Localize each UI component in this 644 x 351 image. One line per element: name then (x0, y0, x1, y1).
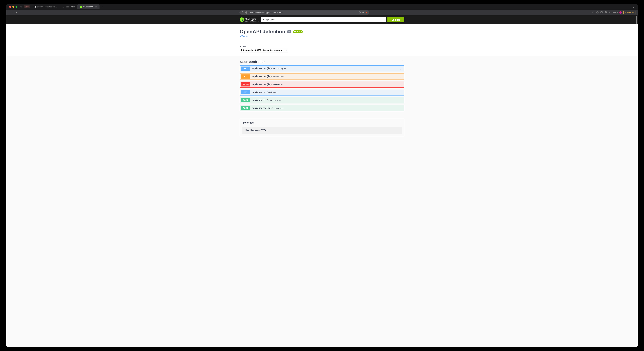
method-badge: GET (241, 90, 250, 94)
operation-path: /api/users/{id} (252, 75, 272, 78)
update-button[interactable]: Update ☰ (624, 11, 636, 14)
reader-icon[interactable] (604, 11, 607, 14)
close-tab-button[interactable]: ✕ (95, 5, 97, 8)
content-area: {..} Swagger Supported by SMARTBEAR Expl… (6, 15, 638, 347)
brave-icon[interactable] (366, 11, 368, 14)
share-icon[interactable] (358, 11, 361, 14)
info-section: OpenAPI definition v0 OAS 3.0 /v3/api-do… (240, 24, 404, 39)
chevron-up-icon: ⌃ (399, 121, 402, 124)
wallet-icon[interactable] (592, 11, 594, 14)
site-info-icon[interactable]: i (245, 11, 247, 14)
tab-overflow-button[interactable]: ⌄ (632, 5, 636, 8)
operation-update-user[interactable]: PUT /api/users/{id} Update user ⌄ (240, 73, 404, 80)
tabs: Editing book-wise/Readme.md at ▲ Book Wi… (31, 4, 632, 9)
profile-icon[interactable] (619, 11, 622, 14)
operation-summary: Login user (274, 107, 284, 109)
chevron-down-icon: ⌄ (400, 83, 402, 86)
forward-button[interactable]: › (12, 11, 12, 14)
new-tab-button[interactable]: + (100, 5, 105, 8)
svg-rect-3 (592, 12, 594, 13)
swagger-icon: {} (80, 6, 82, 8)
operation-get-all-users[interactable]: GET /api/users Get all users ⌄ (240, 89, 404, 95)
swagger-logo-icon: {..} (240, 17, 244, 22)
servers-section: Servers http://localhost:8080 - Generate… (240, 39, 404, 56)
operation-login-user[interactable]: POST /api/users/login Login user ⌄ (240, 105, 404, 111)
swagger-logo-text: Swagger (245, 17, 256, 21)
back-button[interactable]: ‹ (8, 11, 9, 14)
chevron-right-icon: › (267, 129, 268, 132)
method-badge: POST (241, 98, 250, 102)
vpn-badge[interactable]: VPN (612, 11, 618, 13)
tab-bookwise[interactable]: ▲ Book Wise (60, 4, 77, 9)
address-input[interactable]: i localhost:8080/swagger-ui/index.html (240, 10, 370, 14)
operation-delete-user[interactable]: DELETE /api/users/{id} Delete user ⌄ (240, 81, 404, 88)
tag-section: user-controller ⌃ GET /api/users/{id} Ge… (240, 56, 404, 115)
address-bar: ‹ › ⟳ i localhost:8080/swagger-ui/index.… (6, 10, 638, 15)
schemas-section: Schemas ⌃ UserRequestDTO › (240, 119, 404, 136)
menu-icon: ☰ (632, 11, 634, 14)
reload-button[interactable]: ⟳ (15, 11, 17, 14)
svg-text:{}: {} (81, 6, 81, 7)
chevron-down-icon: ⌄ (400, 67, 402, 70)
vpn-status-dot (612, 12, 614, 13)
tab-label: Swagger UI (83, 6, 93, 8)
tab-extras: ⚙ DBS (19, 5, 31, 8)
spec-link[interactable]: /v3/api-docs (240, 35, 250, 37)
swagger-logo[interactable]: {..} Swagger Supported by SMARTBEAR (240, 17, 259, 22)
leo-icon[interactable] (608, 11, 611, 14)
svg-marker-2 (366, 11, 367, 13)
sidebar-icon[interactable] (600, 11, 603, 14)
method-badge: PUT (241, 74, 250, 78)
swagger-logo-subtext: Supported by SMARTBEAR (245, 20, 259, 22)
schemas-title: Schemas (242, 121, 254, 124)
schemas-header[interactable]: Schemas ⌃ (240, 119, 404, 127)
scrollbar-thumb[interactable] (636, 16, 637, 23)
close-window-button[interactable] (9, 6, 11, 8)
operation-path: /api/users (252, 99, 265, 101)
chevron-down-icon: ⌄ (400, 75, 402, 78)
browser-window: ⚙ DBS Editing book-wise/Readme.md at ▲ B… (6, 4, 638, 347)
url-text: localhost:8080/swagger-ui/index.html (249, 11, 282, 14)
operation-path: /api/users/{id} (252, 83, 272, 86)
github-icon (34, 6, 36, 8)
operation-summary: Create a new user (267, 99, 282, 101)
gear-icon[interactable]: ⚙ (20, 5, 22, 8)
swagger-topbar: {..} Swagger Supported by SMARTBEAR Expl… (6, 15, 638, 24)
bookmark-icon[interactable] (241, 11, 244, 14)
operation-summary: Get all users (267, 91, 277, 93)
method-badge: POST (241, 106, 250, 110)
version-badge: v0 (287, 30, 292, 33)
chevron-up-icon: ⌃ (402, 60, 404, 63)
operation-create-user[interactable]: POST /api/users Create a new user ⌄ (240, 97, 404, 103)
schema-item[interactable]: UserRequestDTO › (242, 127, 402, 134)
schema-name: UserRequestDTO (245, 129, 266, 132)
oas-badge: OAS 3.0 (293, 30, 303, 33)
tag-header[interactable]: user-controller ⌃ (240, 58, 404, 65)
chevron-down-icon: ⌄ (400, 91, 402, 94)
method-badge: GET (241, 66, 250, 71)
tag-name: user-controller (240, 60, 265, 64)
scrollbar[interactable] (636, 15, 637, 347)
nav-buttons: ‹ › ⟳ (8, 11, 17, 14)
extensions-icon[interactable] (596, 11, 599, 14)
chevron-down-icon: ⌄ (400, 107, 402, 110)
operation-summary: Delete user (273, 83, 283, 85)
maximize-window-button[interactable] (16, 6, 18, 8)
shield-icon[interactable] (362, 11, 364, 14)
operation-get-user-by-id[interactable]: GET /api/users/{id} Get user by ID ⌄ (240, 65, 404, 72)
tab-swagger[interactable]: {} Swagger UI ✕ (77, 4, 100, 9)
operation-summary: Get user by ID (273, 67, 286, 70)
operation-path: /api/users/{id} (252, 67, 272, 70)
server-select[interactable]: http://localhost:8080 - Generated server… (240, 48, 288, 52)
tab-bar: ⚙ DBS Editing book-wise/Readme.md at ▲ B… (6, 4, 638, 10)
tab-label: Book Wise (66, 6, 75, 8)
servers-label: Servers (240, 45, 404, 47)
minimize-window-button[interactable] (12, 6, 14, 8)
tab-dbs-badge[interactable]: DBS (24, 5, 30, 8)
tab-github[interactable]: Editing book-wise/Readme.md at (31, 4, 60, 9)
explore-button[interactable]: Explore (388, 17, 404, 22)
chevron-down-icon: ⌄ (400, 99, 402, 102)
traffic-lights (8, 6, 19, 8)
svg-rect-4 (600, 11, 602, 13)
spec-url-input[interactable] (261, 17, 386, 22)
